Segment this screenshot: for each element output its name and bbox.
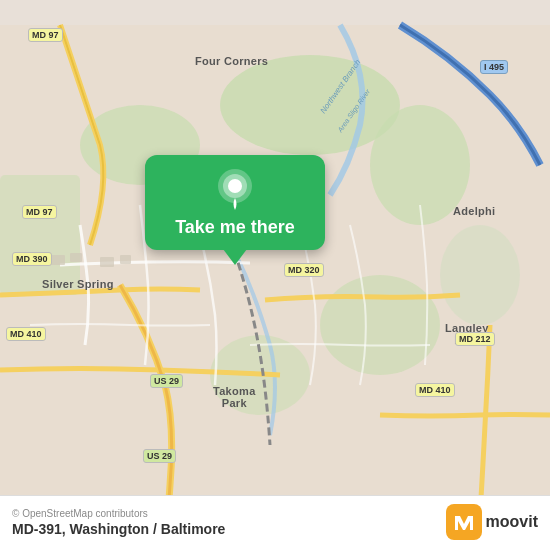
moovit-text-label: moovit	[486, 513, 538, 531]
svg-rect-11	[120, 255, 131, 264]
copyright-text: © OpenStreetMap contributors	[12, 508, 225, 519]
map-container: Northwest Branch Area Sligo River Four C…	[0, 0, 550, 550]
svg-rect-8	[50, 255, 65, 265]
svg-point-16	[228, 179, 242, 193]
svg-point-7	[440, 225, 520, 325]
road-badge-md97-lower: MD 97	[22, 205, 57, 219]
popup-button[interactable]: Take me there	[145, 155, 325, 265]
svg-point-1	[220, 55, 400, 155]
svg-point-4	[320, 275, 440, 375]
road-badge-md410-right: MD 410	[415, 383, 455, 397]
bottom-bar: © OpenStreetMap contributors MD-391, Was…	[0, 495, 550, 550]
area-label-silver-spring: Silver Spring	[42, 278, 114, 290]
area-label-takoma-park: TakomaPark	[213, 385, 256, 409]
map-svg: Northwest Branch Area Sligo River	[0, 0, 550, 550]
location-info: © OpenStreetMap contributors MD-391, Was…	[12, 508, 225, 537]
popup-tail	[223, 249, 247, 265]
road-badge-md390: MD 390	[12, 252, 52, 266]
moovit-logo-icon	[446, 504, 482, 540]
area-label-four-corners: Four Corners	[195, 55, 268, 67]
svg-rect-17	[450, 508, 478, 536]
road-badge-i495: I 495	[480, 60, 508, 74]
popup-card[interactable]: Take me there	[145, 155, 325, 250]
road-badge-md410-left: MD 410	[6, 327, 46, 341]
road-badge-us29-lower: US 29	[143, 449, 176, 463]
area-label-adelphi: Adelphi	[453, 205, 495, 217]
location-pin-icon	[215, 169, 255, 209]
svg-rect-10	[100, 257, 114, 267]
location-name: MD-391, Washington / Baltimore	[12, 521, 225, 537]
svg-rect-9	[70, 253, 82, 262]
svg-rect-6	[0, 175, 80, 295]
take-me-there-button[interactable]: Take me there	[175, 217, 295, 238]
road-badge-md97-top: MD 97	[28, 28, 63, 42]
moovit-logo: moovit	[446, 504, 538, 540]
road-badge-md320: MD 320	[284, 263, 324, 277]
road-badge-us29-upper: US 29	[150, 374, 183, 388]
road-badge-md212: MD 212	[455, 332, 495, 346]
